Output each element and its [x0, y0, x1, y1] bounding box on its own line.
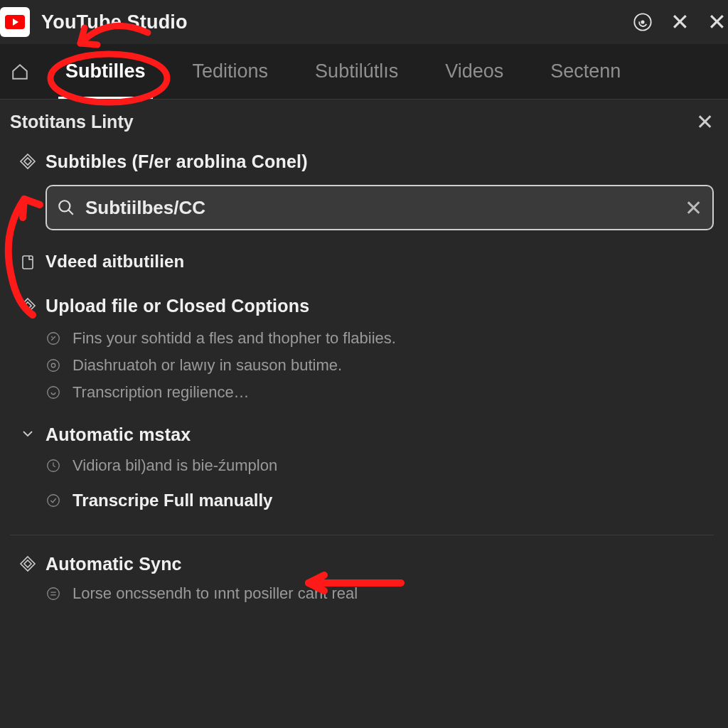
tab-subtitutlis[interactable]: Subtilútlıs: [299, 44, 414, 99]
svg-point-6: [51, 363, 55, 368]
chevron-down-icon[interactable]: [10, 424, 46, 443]
lines-circle-icon: [46, 586, 61, 601]
search-icon: [57, 198, 75, 217]
panel-content: Subtibles (F/er aroblina Conel) ✕ Vdeed …: [0, 139, 728, 603]
tab-teditions[interactable]: Teditions: [177, 44, 284, 99]
panel-title: Stotitans Linty: [10, 112, 134, 132]
tab-videos[interactable]: Videos: [429, 44, 519, 99]
document-icon: [10, 252, 46, 271]
support-icon[interactable]: [624, 4, 661, 41]
subtitles-section-title: Subtibles (F/er aroblina Conel): [46, 151, 714, 172]
automatic-section-title[interactable]: Automatic mstax: [46, 424, 714, 445]
panel-header: Stotitans Linty ✕: [0, 100, 728, 139]
clock-icon: [46, 458, 61, 473]
upload-section-title[interactable]: Upload file or Closed Coptions: [46, 296, 714, 316]
diamond-icon: [10, 296, 46, 314]
tab-sectenn[interactable]: Sectenn: [535, 44, 636, 99]
svg-point-5: [48, 360, 60, 372]
check-circle-icon: [46, 493, 61, 508]
circle-arrow-icon: [46, 385, 61, 400]
tab-label: Subtilles: [65, 60, 146, 82]
upload-line: Diashruatoh or lawıy in sauson butime.: [73, 356, 342, 375]
tab-bar: Subtilles Teditions Subtilútlıs Videos S…: [0, 44, 728, 100]
svg-point-1: [641, 20, 644, 23]
tab-label: Sectenn: [550, 60, 621, 82]
window-close-icon[interactable]: ✕: [661, 9, 698, 36]
svg-point-9: [48, 495, 60, 507]
diamond-icon: [10, 554, 46, 572]
home-icon[interactable]: [6, 44, 34, 99]
tab-label: Subtilútlıs: [315, 60, 398, 82]
section-divider: [10, 535, 714, 535]
app-logo: [0, 7, 30, 37]
svg-point-10: [48, 588, 60, 600]
title-bar: YouTube Studio ✕ ✕: [0, 0, 728, 44]
window-close-icon-2[interactable]: ✕: [698, 9, 728, 36]
app-title: YouTube Studio: [41, 11, 188, 33]
search-input-container[interactable]: ✕: [46, 185, 714, 230]
youtube-play-icon: [5, 15, 25, 29]
sync-section-title[interactable]: Automatic Sync: [46, 554, 714, 574]
svg-point-2: [59, 200, 70, 211]
transcribe-manually-item[interactable]: Transcripe Full manually: [73, 491, 272, 510]
sync-line: Lorse onсssendh to ınnt posiller cant re…: [73, 584, 358, 603]
search-input[interactable]: [85, 197, 675, 219]
clear-input-icon[interactable]: ✕: [685, 196, 702, 220]
panel-close-icon[interactable]: ✕: [696, 109, 714, 134]
svg-point-7: [48, 387, 60, 399]
circle-dot-icon: [46, 358, 61, 373]
upload-line: Transcription regilience…: [73, 383, 250, 402]
tab-label: Teditions: [193, 60, 269, 82]
diamond-icon: [10, 151, 46, 170]
tab-subtitles[interactable]: Subtilles: [50, 44, 161, 99]
vdeed-item[interactable]: Vdeed aitbutilien: [46, 252, 714, 272]
upload-line: Fins your sohtidd a fles and thopher to …: [73, 329, 396, 348]
compass-icon: [46, 331, 61, 346]
automatic-line: Vidiora bil)and is bie-źumplon: [73, 456, 277, 475]
tab-label: Videos: [445, 60, 503, 82]
svg-rect-3: [23, 256, 33, 269]
